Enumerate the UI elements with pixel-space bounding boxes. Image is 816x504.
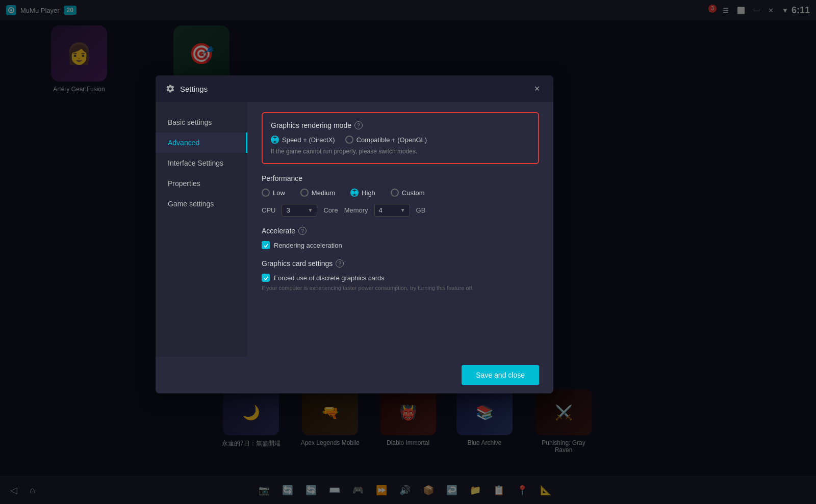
settings-dialog: Settings × Basic settings Advanced Inter… [156,75,553,393]
graphics-card-hint: If your computer is experiencing faster … [262,285,539,291]
discrete-graphics-row: Forced use of discrete graphics cards [262,274,539,282]
cpu-label: CPU [262,206,275,214]
memory-label: Memory [344,206,368,214]
modal-overlay: Settings × Basic settings Advanced Inter… [0,0,816,504]
nav-item-basic[interactable]: Basic settings [156,112,247,132]
radio-medium-circle [300,189,309,197]
dialog-title: Settings [180,85,208,93]
radio-high[interactable]: High [350,189,375,197]
nav-item-properties[interactable]: Properties [156,173,247,194]
memory-select[interactable]: 4 ▼ [374,204,410,217]
dialog-body: Basic settings Advanced Interface Settin… [156,102,553,357]
nav-item-advanced[interactable]: Advanced [156,132,247,153]
radio-low-label: Low [273,189,285,197]
memory-value: 4 [379,206,382,214]
discrete-graphics-checkbox[interactable] [262,274,270,282]
performance-section: Performance Low Medium [262,174,539,217]
radio-medium[interactable]: Medium [300,189,335,197]
radio-medium-label: Medium [312,189,335,197]
nav-item-game[interactable]: Game settings [156,194,247,214]
graphics-mode-radio-group: Speed + (DirectX) Compatible + (OpenGL) [271,136,530,144]
save-close-button[interactable]: Save and close [462,365,539,385]
dialog-header-left: Settings [166,84,208,93]
performance-title: Performance [262,174,539,182]
graphics-mode-hint: If the game cannot run properly, please … [271,148,530,155]
dialog-close-button[interactable]: × [531,83,543,95]
rendering-acceleration-label: Rendering acceleration [274,242,342,249]
radio-directx-label: Speed + (DirectX) [282,136,335,144]
radio-high-circle [350,189,359,197]
discrete-graphics-label: Forced use of discrete graphics cards [274,274,385,282]
rendering-acceleration-row: Rendering acceleration [262,241,539,249]
graphics-card-section: Graphics card settings ? Forced use of d… [262,259,539,291]
memory-dropdown-arrow: ▼ [400,207,405,213]
rendering-acceleration-checkbox[interactable] [262,241,270,249]
radio-opengl-label: Compatible + (OpenGL) [356,136,427,144]
cpu-select[interactable]: 3 ▼ [282,204,317,217]
settings-content: Graphics rendering mode ? Speed + (Direc… [247,102,553,357]
radio-high-label: High [362,189,375,197]
radio-opengl[interactable]: Compatible + (OpenGL) [345,136,427,144]
radio-custom[interactable]: Custom [391,189,425,197]
graphics-mode-help-icon[interactable]: ? [354,121,363,129]
graphics-card-help-icon[interactable]: ? [336,259,344,268]
radio-low-circle [262,189,270,197]
cpu-value: 3 [286,206,290,214]
radio-opengl-circle [345,136,353,144]
dialog-footer: Save and close [156,357,553,393]
performance-radio-group: Low Medium High [262,189,539,197]
nav-item-interface[interactable]: Interface Settings [156,153,247,173]
cpu-memory-row: CPU 3 ▼ Core Memory 4 ▼ GB [262,204,539,217]
graphics-card-title: Graphics card settings ? [262,259,539,268]
cpu-dropdown-arrow: ▼ [308,207,313,213]
core-label: Core [323,206,338,214]
radio-custom-circle [391,189,399,197]
radio-custom-label: Custom [402,189,425,197]
radio-directx-circle [271,136,279,144]
dialog-header: Settings × [156,75,553,102]
gb-label: GB [416,206,426,214]
graphics-rendering-title: Graphics rendering mode ? [271,121,530,129]
radio-low[interactable]: Low [262,189,285,197]
graphics-rendering-section: Graphics rendering mode ? Speed + (Direc… [262,112,539,164]
accelerate-section: Accelerate ? Rendering acceleration [262,227,539,249]
accelerate-title: Accelerate ? [262,227,539,235]
gear-icon [166,84,175,93]
radio-directx[interactable]: Speed + (DirectX) [271,136,335,144]
accelerate-help-icon[interactable]: ? [298,227,307,235]
settings-nav: Basic settings Advanced Interface Settin… [156,102,247,357]
